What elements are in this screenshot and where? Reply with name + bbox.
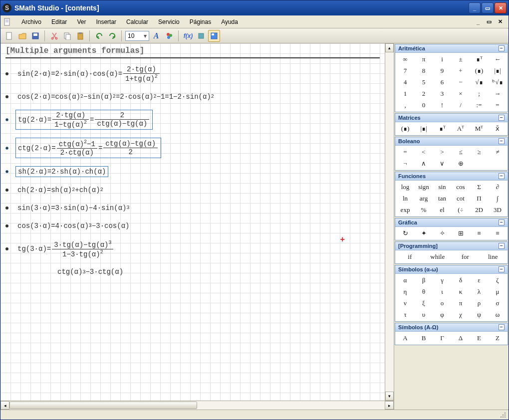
formula-2[interactable]: cos(2·α)=cos(α)2−sin(α)2=2·cos(α)2−1=1−2… — [15, 92, 216, 102]
palette-cell[interactable]: 4 — [396, 77, 414, 88]
palette-cell[interactable]: ζ — [489, 275, 507, 286]
palette-cell[interactable]: 1 — [396, 88, 414, 99]
formula-10[interactable]: ctg(α)3−3·ctg(α) — [55, 267, 125, 277]
palette-cell[interactable]: β — [415, 275, 433, 286]
palette-cell[interactable]: + — [452, 65, 470, 76]
palette-cell[interactable]: ± — [452, 54, 470, 65]
palette-cell[interactable]: Mᵀ — [470, 123, 488, 134]
mdi-minimize-button[interactable]: _ — [474, 17, 483, 26]
palette-cell[interactable]: 9 — [433, 65, 451, 76]
resize-grip[interactable] — [500, 412, 507, 419]
palette-cell[interactable]: ∎ᵀ — [470, 54, 488, 65]
palette-cell[interactable]: ∂ — [489, 182, 507, 193]
palette-cell[interactable]: := — [470, 100, 488, 111]
open-button[interactable] — [16, 30, 28, 42]
collapse-button[interactable]: − — [499, 138, 505, 144]
formula-5[interactable]: sh(2·α)=2·sh(α)·ch(α) — [15, 166, 108, 177]
palette-cell[interactable]: 7 — [396, 65, 414, 76]
palette-cell[interactable]: Γ — [433, 333, 451, 344]
palette-cell[interactable]: δ — [452, 275, 470, 286]
palette-cell[interactable]: A — [396, 333, 414, 344]
panel-header[interactable]: Funciones− — [395, 172, 508, 181]
palette-cell[interactable]: λ — [470, 286, 488, 297]
palette-cell[interactable]: ! — [433, 100, 451, 111]
palette-cell[interactable]: Σ — [470, 182, 488, 193]
palette-cell[interactable]: 2D — [470, 205, 488, 215]
collapse-button[interactable]: − — [499, 45, 505, 51]
scroll-right-button[interactable]: ▸ — [385, 401, 394, 410]
palette-cell[interactable]: θ — [415, 286, 433, 297]
palette-cell[interactable]: log — [396, 182, 414, 193]
collapse-button[interactable]: − — [499, 219, 505, 225]
undo-button[interactable] — [93, 30, 105, 42]
scroll-left-button[interactable]: ◂ — [0, 401, 9, 410]
palette-cell[interactable]: sign — [415, 182, 433, 193]
palette-cell[interactable]: ≡ — [470, 228, 488, 239]
palette-cell[interactable]: = — [489, 100, 507, 111]
palette-cell[interactable]: ψ — [470, 309, 488, 320]
palette-cell[interactable]: κ — [452, 286, 470, 297]
palette-cell[interactable]: i — [433, 54, 451, 65]
palette-cell[interactable]: 3 — [433, 88, 451, 99]
palette-cell[interactable]: π — [415, 54, 433, 65]
palette-cell[interactable]: sin — [433, 182, 451, 193]
formula-3[interactable]: tg(2·α)=2·tg(α)1−tg(α)2=2ctg(α)−tg(α) — [15, 110, 153, 130]
collapse-button[interactable]: − — [499, 266, 505, 272]
palette-cell[interactable]: ∧ — [415, 158, 433, 169]
palette-cell[interactable]: ᵇ√∎ — [489, 77, 507, 88]
palette-cell[interactable]: Π — [470, 193, 488, 204]
dropdown-icon[interactable]: ▾ — [144, 32, 147, 39]
save-button[interactable] — [29, 30, 41, 42]
palette-cell[interactable]: τ — [396, 309, 414, 320]
scroll-track[interactable] — [9, 401, 385, 410]
palette-cell[interactable]: 0 — [415, 100, 433, 111]
palette-cell[interactable]: ln — [396, 193, 414, 204]
palette-cell[interactable]: |∎| — [415, 123, 433, 134]
palette-cell[interactable]: arg — [415, 193, 433, 204]
palette-cell[interactable]: υ — [415, 309, 433, 320]
palette-cell[interactable]: ¬ — [396, 158, 414, 169]
palette-cell[interactable]: for — [452, 251, 479, 262]
palette-cell[interactable]: ≡ — [489, 228, 507, 239]
formula-7[interactable]: sin(3·α)=3·sin(α)−4·sin(α)3 — [15, 203, 131, 213]
panel-header[interactable]: Gráfica− — [395, 218, 508, 227]
menu-insertar[interactable]: Insertar — [91, 17, 121, 27]
palette-cell[interactable]: ; — [470, 88, 488, 99]
copy-button[interactable] — [61, 30, 73, 42]
palette-cell[interactable]: < — [415, 147, 433, 158]
palette-cell[interactable]: ξ — [415, 298, 433, 309]
palette-cell[interactable]: / — [452, 100, 470, 111]
maximize-button[interactable]: ▭ — [482, 2, 494, 13]
palette-cell[interactable]: B — [415, 333, 433, 344]
panel-header[interactable]: Símbolos (A-Ω)− — [395, 323, 508, 332]
palette-cell[interactable]: ∎ᵀ — [433, 123, 451, 134]
palette-cell[interactable]: ≠ — [489, 147, 507, 158]
collapse-button[interactable]: − — [499, 324, 505, 330]
palette-cell[interactable]: Z — [489, 333, 507, 344]
palette-cell[interactable]: √∎ — [470, 77, 488, 88]
palette-cell[interactable]: ρ — [470, 298, 488, 309]
palette-cell[interactable]: exp — [396, 205, 414, 215]
font-format-button[interactable]: A — [150, 30, 162, 42]
palette-cell[interactable]: (÷ — [452, 205, 470, 215]
palette-cell[interactable]: × — [452, 88, 470, 99]
palette-cell[interactable] — [470, 158, 488, 169]
mdi-close-button[interactable]: ✕ — [496, 17, 505, 26]
redo-button[interactable] — [106, 30, 118, 42]
palette-cell[interactable]: |∎| — [489, 65, 507, 76]
palette-cell[interactable]: ο — [433, 298, 451, 309]
palette-cell[interactable]: ≤ — [452, 147, 470, 158]
palette-cell[interactable]: = — [396, 147, 414, 158]
palette-cell[interactable] — [489, 158, 507, 169]
palette-cell[interactable]: − — [452, 77, 470, 88]
menu-archivo[interactable]: Archivo — [16, 17, 46, 27]
mdi-restore-button[interactable]: ▭ — [485, 17, 494, 26]
palette-cell[interactable]: ∞ — [396, 54, 414, 65]
palette-cell[interactable]: φ — [433, 309, 451, 320]
palette-cell[interactable]: % — [415, 205, 433, 215]
palette-cell[interactable]: ε — [470, 275, 488, 286]
scroll-up-button[interactable]: ▴ — [385, 43, 394, 52]
palette-cell[interactable]: ⊞ — [452, 228, 470, 239]
palette-cell[interactable]: (∎) — [396, 123, 414, 134]
palette-cell[interactable]: el — [433, 205, 451, 215]
